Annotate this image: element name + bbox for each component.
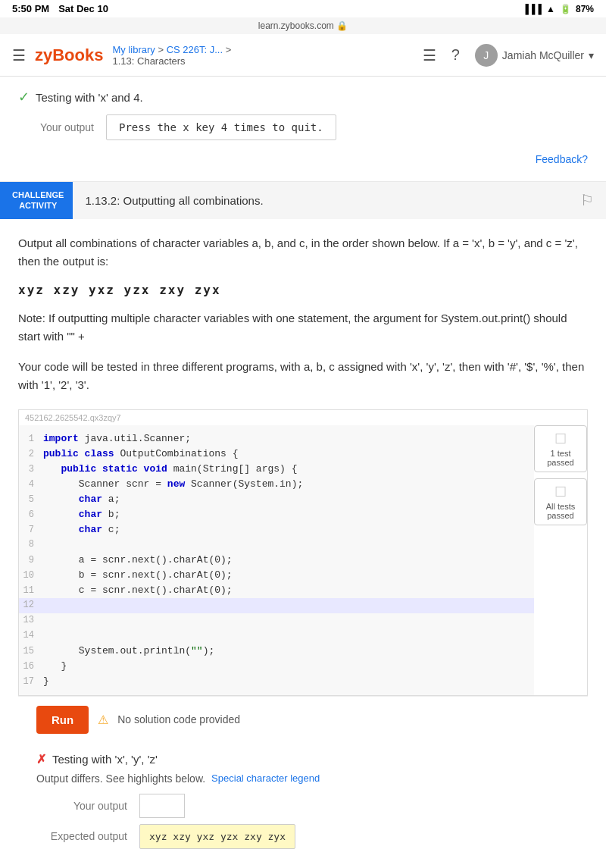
test-fail-row: ✗ Testing with 'x', 'y', 'z' xyxy=(36,743,570,772)
test-pass-row: ✓ Testing with 'x' and 4. xyxy=(18,89,588,105)
code-line: 2 public class OutputCombinations { xyxy=(19,447,534,462)
user-name: Jamiah McQuiller xyxy=(502,49,584,61)
battery-percent: 87% xyxy=(576,4,594,14)
user-dropdown-icon: ▾ xyxy=(589,49,594,61)
test-pass-label: Testing with 'x' and 4. xyxy=(36,91,143,104)
special-char-link[interactable]: Special character legend xyxy=(211,772,320,784)
note-text: Note: If outputting multiple character v… xyxy=(18,309,588,346)
code-line: 9 a = scnr.next().charAt(0); xyxy=(19,553,534,568)
code-line: 17 } xyxy=(19,674,534,689)
content-icon[interactable]: ☰ xyxy=(423,46,436,64)
wifi-icon: ▲ xyxy=(546,4,555,14)
code-line: 5 char a; xyxy=(19,492,534,507)
one-test-badge: ☐ 1 testpassed xyxy=(534,425,587,472)
code-line: 13 xyxy=(19,613,534,628)
breadcrumb-course[interactable]: CS 226T: J... xyxy=(167,44,223,55)
warning-icon: ⚠ xyxy=(98,713,108,727)
badge-label-1: 1 testpassed xyxy=(542,449,579,467)
nav-left: ☰ zyBooks My library > CS 226T: J... > 1… xyxy=(12,44,231,67)
time: 5:50 PM xyxy=(12,3,49,14)
code-line: 16 } xyxy=(19,659,534,674)
breadcrumb-section: 1.13: Characters xyxy=(112,55,185,67)
zy-logo[interactable]: zyBooks xyxy=(35,45,103,65)
test-info: Your code will be tested in three differ… xyxy=(18,358,588,394)
code-line: 7 char c; xyxy=(19,522,534,537)
feedback-link[interactable]: Feedback? xyxy=(536,153,588,165)
editor-id: 452162.2625542.qx3zqy7 xyxy=(19,410,587,425)
url-bar: learn.zybooks.com 🔒 xyxy=(0,17,606,34)
code-line: 11 c = scnr.next().charAt(0); xyxy=(19,583,534,598)
test-results: ✗ Testing with 'x', 'y', 'z' Output diff… xyxy=(18,743,588,867)
date: Sat Dec 10 xyxy=(58,3,108,14)
code-line: 10 b = scnr.next().charAt(0); xyxy=(19,568,534,583)
challenge-header: CHALLENGEACTIVITY 1.13.2: Outputting all… xyxy=(0,182,606,219)
code-editor[interactable]: 1 import java.util.Scanner; 2 public cla… xyxy=(19,425,534,695)
test-badges: ☐ 1 testpassed ☐ All testspassed xyxy=(534,425,587,695)
badge-icon-1: ☐ xyxy=(542,431,579,447)
user-avatar: J xyxy=(475,44,498,67)
code-editor-container: 452162.2625542.qx3zqy7 1 import java.uti… xyxy=(18,409,588,696)
challenge-badge-text: CHALLENGEACTIVITY xyxy=(12,190,64,210)
test-passed-section: ✓ Testing with 'x' and 4. Your output Pr… xyxy=(0,77,606,182)
your-output-box xyxy=(139,794,185,818)
status-bar: 5:50 PM Sat Dec 10 ▐▐▐ ▲ 🔋 87% xyxy=(0,0,606,17)
code-line: 15 System.out.println(""); xyxy=(19,644,534,659)
breadcrumb-library[interactable]: My library xyxy=(112,44,155,55)
nav-right: ☰ ? J Jamiah McQuiller ▾ xyxy=(423,44,594,67)
challenge-body: Output all combinations of character var… xyxy=(0,219,606,868)
expected-output-value: xyz xzy yxz yzx zxy zyx xyxy=(139,824,295,849)
run-button[interactable]: Run xyxy=(36,706,89,734)
your-output-row: Your output xyxy=(36,794,570,818)
help-icon[interactable]: ? xyxy=(451,46,460,64)
code-line: 6 char b; xyxy=(19,507,534,522)
code-line: 1 import java.util.Scanner; xyxy=(19,431,534,447)
top-nav: ☰ zyBooks My library > CS 226T: J... > 1… xyxy=(0,34,606,77)
challenge-badge: CHALLENGEACTIVITY xyxy=(3,182,73,219)
bookmark-icon[interactable]: ⚐ xyxy=(568,183,606,217)
x-icon: ✗ xyxy=(36,752,46,766)
code-line: 14 xyxy=(19,628,534,644)
badge-label-2: All testspassed xyxy=(542,502,579,520)
code-line: 8 xyxy=(19,537,534,553)
battery-icon: 🔋 xyxy=(560,4,571,14)
challenge-title: 1.13.2: Outputting all combinations. xyxy=(73,186,568,215)
test-fail-label: Testing with 'x', 'y', 'z' xyxy=(52,753,158,766)
output-value: Press the x key 4 times to quit. xyxy=(106,114,336,140)
output-row: Your output Press the x key 4 times to q… xyxy=(18,114,588,140)
url-text: learn.zybooks.com xyxy=(258,20,334,31)
breadcrumb: My library > CS 226T: J... > 1.13: Chara… xyxy=(112,44,231,67)
code-line: 3 public static void main(String[] args)… xyxy=(19,462,534,477)
all-tests-badge: ☐ All testspassed xyxy=(534,478,587,525)
hamburger-icon[interactable]: ☰ xyxy=(12,46,26,64)
code-line-active[interactable]: 12 xyxy=(19,598,534,613)
challenge-description: Output all combinations of character var… xyxy=(18,234,588,271)
status-icons: ▐▐▐ ▲ 🔋 87% xyxy=(523,4,594,14)
expected-output-row: Expected output xyz xzy yxz yzx zxy zyx xyxy=(36,824,570,849)
feedback-row: Feedback? xyxy=(18,146,588,175)
check-icon: ✓ xyxy=(18,89,30,105)
badge-icon-2: ☐ xyxy=(542,484,579,500)
signal-icon: ▐▐▐ xyxy=(523,4,542,14)
code-example: xyz xzy yxz yzx zxy zyx xyxy=(18,283,588,297)
output-diff-row: Output differs. See highlights below. Sp… xyxy=(36,772,570,785)
your-output-label: Your output xyxy=(36,800,127,812)
code-line: 4 Scanner scnr = new Scanner(System.in); xyxy=(19,477,534,492)
main-content: ✓ Testing with 'x' and 4. Your output Pr… xyxy=(0,77,606,868)
user-menu[interactable]: J Jamiah McQuiller ▾ xyxy=(475,44,594,67)
run-bar: Run ⚠ No solution code provided xyxy=(18,696,588,743)
run-status: No solution code provided xyxy=(117,713,240,725)
expected-output-label: Expected output xyxy=(36,830,127,842)
diff-text: Output differs. See highlights below. xyxy=(36,772,205,785)
output-label: Your output xyxy=(18,121,94,133)
